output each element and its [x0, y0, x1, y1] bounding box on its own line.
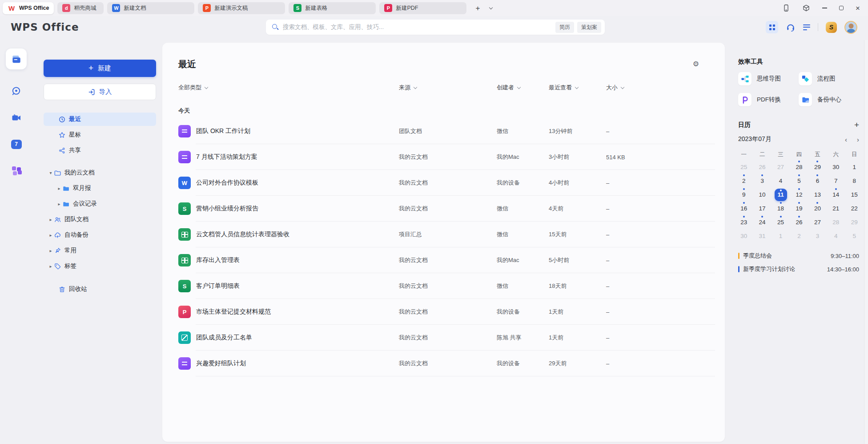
file-row[interactable]: 云文档管人员信息统计表理器验收 项目汇总 微信 15天前 –: [178, 222, 715, 247]
prev-month-button[interactable]: ‹: [845, 136, 847, 143]
calendar-day[interactable]: 10: [753, 188, 771, 202]
calendar-day[interactable]: 3: [808, 229, 827, 243]
settings-gear-icon[interactable]: ⚙: [693, 60, 699, 68]
filter-type[interactable]: 全部类型: [178, 84, 399, 92]
calendar-day[interactable]: 30: [827, 160, 845, 174]
calendar-day[interactable]: 15: [845, 188, 864, 202]
calendar-day[interactable]: 28: [827, 215, 845, 229]
sidebar-item-shared[interactable]: 共享: [44, 144, 156, 157]
tree-item-frequent[interactable]: ▸ 常用: [44, 244, 156, 257]
calendar-day[interactable]: 4: [772, 174, 790, 188]
user-avatar[interactable]: [844, 21, 857, 34]
filter-size[interactable]: 大小: [606, 84, 715, 92]
filter-creator[interactable]: 创建者: [497, 84, 549, 92]
calendar-day[interactable]: 28: [790, 160, 808, 174]
calendar-day[interactable]: 23: [735, 215, 753, 229]
rail-meeting-icon[interactable]: [11, 112, 22, 123]
file-row[interactable]: 兴趣爱好组队计划 我的云文档 我的设备 29天前 –: [178, 351, 715, 376]
calendar-day[interactable]: 18: [772, 202, 790, 215]
caret-right-icon[interactable]: ▸: [48, 217, 53, 222]
close-button[interactable]: ×: [856, 4, 860, 12]
calendar-day[interactable]: 27: [772, 160, 790, 174]
calendar-day[interactable]: 30: [735, 229, 753, 243]
calendar-day[interactable]: 8: [845, 174, 864, 188]
caret-right-icon[interactable]: ▸: [48, 248, 53, 253]
tab-docer-store[interactable]: 稻壳商城: [57, 2, 104, 14]
file-row[interactable]: 公司对外合作协议模板 我的云文档 我的设备 4小时前 –: [178, 170, 715, 196]
tab-wps-home[interactable]: WPS Office: [3, 2, 54, 14]
calendar-day[interactable]: 5: [790, 174, 808, 188]
calendar-day[interactable]: 1: [845, 160, 864, 174]
scrollbar-gutter[interactable]: [864, 40, 868, 444]
support-headset-icon[interactable]: [786, 23, 796, 32]
calendar-day[interactable]: 4: [827, 229, 845, 243]
tool-pdf-convert[interactable]: PDF转换: [738, 93, 799, 106]
search-tag-resume[interactable]: 简历: [555, 22, 574, 33]
calendar-day[interactable]: 19: [790, 202, 808, 215]
file-row[interactable]: 团队成员及分工名单 我的云文档 陈旭 共享 1天前 –: [178, 325, 715, 351]
tree-item-tags[interactable]: ▸ 标签: [44, 259, 156, 273]
calendar-day[interactable]: 24: [753, 215, 771, 229]
tree-item-team-docs[interactable]: ▸ 团队文档: [44, 213, 156, 226]
calendar-day[interactable]: 11: [772, 188, 790, 202]
search-bar[interactable]: 搜索文档、模板、文库、应用、技巧... 简历 策划案: [266, 20, 605, 35]
next-month-button[interactable]: ›: [857, 136, 859, 143]
sidebar-item-recent[interactable]: 最近: [44, 113, 156, 126]
rail-documents-icon[interactable]: [6, 48, 27, 69]
calendar-day[interactable]: 17: [753, 202, 771, 215]
calendar-day[interactable]: 2: [735, 174, 753, 188]
calendar-day[interactable]: 9: [735, 188, 753, 202]
tool-mindmap[interactable]: 思维导图: [738, 72, 799, 85]
tab-list-dropdown-icon[interactable]: [489, 5, 493, 9]
calendar-day[interactable]: 1: [772, 229, 790, 243]
maximize-button[interactable]: [839, 6, 844, 10]
calendar-day[interactable]: 12: [790, 188, 808, 202]
add-event-button[interactable]: +: [854, 121, 859, 129]
file-row[interactable]: 7 月线下活动策划方案 我的云文档 我的Mac 3小时前 514 KB: [178, 144, 715, 170]
file-row[interactable]: 营销小组业绩分析报告 我的云文档 微信 4天前 –: [178, 196, 715, 222]
calendar-day[interactable]: 26: [790, 215, 808, 229]
file-row[interactable]: 团队 OKR 工作计划 团队文档 微信 13分钟前 –: [178, 118, 715, 144]
caret-right-icon[interactable]: ▸: [56, 186, 62, 191]
tool-backup-center[interactable]: 备份中心: [799, 93, 859, 106]
sidebar-item-recycle-bin[interactable]: 回收站: [44, 283, 156, 296]
mobile-connect-icon[interactable]: [782, 4, 790, 12]
import-button[interactable]: 导入: [44, 84, 156, 100]
apps-grid-icon[interactable]: [766, 21, 778, 33]
calendar-day[interactable]: 2: [790, 229, 808, 243]
tree-item-bimonthly-report[interactable]: ▸ 双月报: [44, 182, 156, 195]
calendar-day[interactable]: 14: [827, 188, 845, 202]
calendar-day[interactable]: 25: [735, 160, 753, 174]
rail-chat-icon[interactable]: [11, 85, 22, 96]
calendar-day[interactable]: 13: [808, 188, 827, 202]
calendar-day[interactable]: 5: [845, 229, 864, 243]
tree-item-meeting-notes[interactable]: ▸ 会议记录: [44, 197, 156, 210]
calendar-day[interactable]: 20: [808, 202, 827, 215]
file-row[interactable]: 市场主体登记提交材料规范 我的云文档 我的设备 1天前 –: [178, 299, 715, 325]
file-row[interactable]: 客户订单明细表 我的云文档 微信 18天前 –: [178, 273, 715, 299]
filter-source[interactable]: 来源: [399, 84, 497, 92]
calendar-event[interactable]: 新季度学习计划讨论 14:30–16:00: [738, 262, 859, 276]
calendar-day[interactable]: 26: [753, 160, 771, 174]
tab-new-spreadsheet[interactable]: 新建表格: [289, 2, 376, 14]
caret-down-icon[interactable]: ▾: [48, 170, 53, 175]
filter-viewed[interactable]: 最近查看: [549, 84, 606, 92]
calendar-day[interactable]: 21: [827, 202, 845, 215]
main-menu-icon[interactable]: [803, 24, 810, 30]
calendar-day[interactable]: 6: [808, 174, 827, 188]
sidebar-item-starred[interactable]: 星标: [44, 128, 156, 141]
tool-flowchart[interactable]: 流程图: [799, 72, 859, 85]
member-vip-badge[interactable]: [826, 22, 837, 33]
caret-right-icon[interactable]: ▸: [48, 264, 53, 269]
tree-item-auto-backup[interactable]: ▸ 自动备份: [44, 228, 156, 242]
calendar-day[interactable]: 7: [827, 174, 845, 188]
search-tag-plan[interactable]: 策划案: [577, 22, 601, 33]
caret-right-icon[interactable]: ▸: [56, 202, 62, 206]
new-tab-button[interactable]: +: [475, 4, 480, 12]
tab-new-pdf[interactable]: 新建PDF: [379, 2, 466, 14]
tree-item-my-cloud-docs[interactable]: ▾ 我的云文档: [44, 166, 156, 179]
caret-right-icon[interactable]: ▸: [48, 233, 53, 238]
calendar-day[interactable]: 31: [753, 229, 771, 243]
tab-new-presentation[interactable]: 新建演示文稿: [198, 2, 285, 14]
calendar-day[interactable]: 25: [772, 215, 790, 229]
